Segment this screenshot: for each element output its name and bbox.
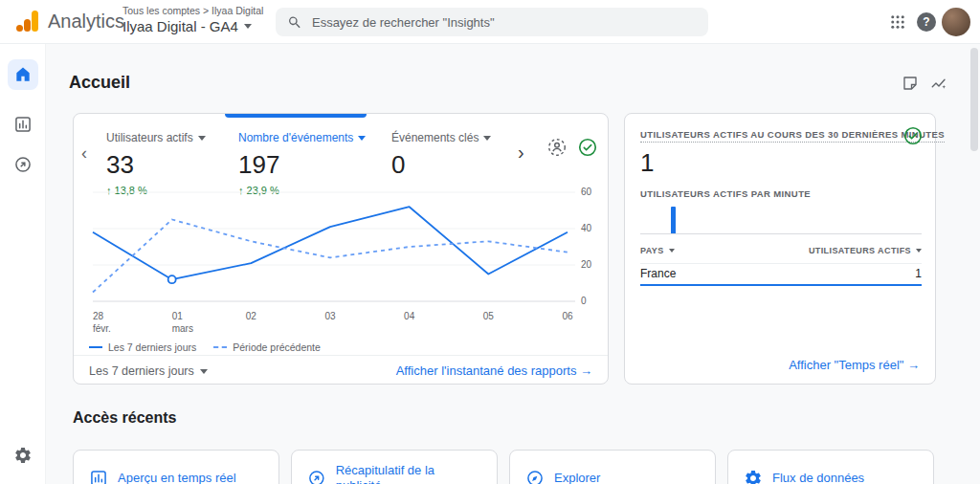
users-column-header[interactable]: UTILISATEURS ACTIFS — [809, 246, 922, 255]
reports-icon — [13, 115, 33, 134]
dropdown-caret-icon — [358, 136, 366, 141]
dropdown-caret-icon — [483, 136, 491, 141]
users-cell: 1 — [915, 267, 922, 280]
per-minute-label: UTILISATEURS ACTIFS PAR MINUTE — [640, 188, 811, 199]
advertising-icon — [13, 155, 33, 174]
svg-text:40: 40 — [581, 223, 592, 233]
row-value-bar — [640, 284, 922, 286]
metric-value: 0 — [391, 150, 491, 180]
help-icon[interactable]: ? — [915, 11, 938, 33]
country-cell: France — [640, 267, 676, 280]
sidebar-item-reports[interactable] — [0, 103, 46, 145]
recent-card-explore[interactable]: Explorer — [509, 450, 716, 484]
app-name: Analytics — [48, 11, 124, 33]
dashed-line-swatch — [213, 346, 227, 348]
analytics-logo-icon[interactable] — [15, 9, 40, 33]
metrics-next-icon[interactable]: › — [518, 143, 524, 162]
svg-text:0: 0 — [581, 296, 587, 306]
selected-metric-indicator — [225, 114, 367, 118]
realtime-check-icon[interactable] — [902, 125, 924, 146]
per-minute-bar-chart — [640, 202, 922, 234]
metric-value: 197 — [238, 150, 366, 180]
gear-icon — [13, 446, 33, 465]
sidebar-item-advertising[interactable] — [0, 143, 46, 186]
dropdown-caret-icon — [200, 369, 208, 374]
recent-card-data-streams[interactable]: Flux de données — [727, 450, 934, 484]
insights-icon[interactable] — [928, 73, 949, 94]
recent-access-title: Accès récents — [73, 409, 177, 427]
dropdown-caret-icon — [916, 249, 922, 253]
home-icon — [13, 65, 33, 84]
notepad-icon[interactable] — [900, 73, 921, 94]
reports-snapshot-link[interactable]: Afficher l'instantané des rapports → — [396, 363, 592, 378]
solid-line-swatch — [89, 346, 102, 348]
recent-card-advertising-summary[interactable]: Récapitulatif de la publicité — [291, 450, 498, 484]
account-name: Ilyaa Digital - GA4 — [122, 18, 238, 34]
main-content: Accueil ‹ Utilisateurs actifs 33 ↑ 13,8 … — [46, 44, 980, 484]
audience-comparison-icon[interactable] — [546, 137, 569, 160]
data-streams-gear-icon — [744, 469, 763, 484]
top-bar: Analytics Tous les comptes > Ilyaa Digit… — [0, 0, 980, 44]
advertising-icon — [307, 469, 326, 484]
explore-compass-icon — [525, 469, 545, 484]
sidebar-item-home[interactable] — [0, 54, 46, 96]
country-column-header[interactable]: PAYS — [640, 246, 675, 255]
date-range-select[interactable]: Les 7 derniers jours — [89, 364, 208, 378]
chart-x-axis-labels: 28 févr.01 mars0203040506 — [85, 311, 598, 336]
divider — [74, 355, 608, 356]
sidebar-item-admin[interactable] — [0, 434, 46, 476]
svg-text:60: 60 — [581, 187, 592, 197]
breadcrumb: Tous les comptes > Ilyaa Digital — [122, 5, 263, 16]
dropdown-caret-icon — [198, 136, 206, 141]
trend-line-chart: 0204060 — [85, 187, 598, 311]
realtime-card: UTILISATEURS ACTIFS AU COURS DES 30 DERN… — [624, 113, 936, 385]
left-nav — [0, 44, 46, 484]
account-switcher[interactable]: Tous les comptes > Ilyaa Digital Ilyaa D… — [122, 5, 263, 34]
realtime-active-users-value: 1 — [640, 148, 654, 178]
realtime-title: UTILISATEURS ACTIFS AU COURS DES 30 DERN… — [640, 129, 901, 140]
apps-grid-icon[interactable] — [886, 11, 909, 33]
table-row: France 1 — [640, 267, 922, 280]
metric-value: 33 — [106, 150, 206, 180]
search-input[interactable] — [312, 15, 697, 30]
svg-text:20: 20 — [581, 259, 592, 270]
chevron-down-icon — [244, 24, 252, 29]
page-title: Accueil — [69, 73, 130, 93]
search-bar[interactable] — [276, 8, 708, 36]
scrollbar-thumb[interactable] — [970, 48, 978, 151]
metrics-prev-icon[interactable]: ‹ — [81, 144, 87, 162]
dropdown-caret-icon — [669, 249, 675, 253]
search-icon — [287, 14, 302, 31]
data-quality-check-icon[interactable] — [577, 137, 600, 160]
realtime-link[interactable]: Afficher "Temps réel" → — [789, 358, 920, 372]
chart-legend: Les 7 derniers jours Période précédente — [89, 341, 321, 353]
avatar[interactable] — [942, 8, 970, 36]
recent-card-realtime-overview[interactable]: Aperçu en temps réel — [73, 450, 279, 484]
overview-card: ‹ Utilisateurs actifs 33 ↑ 13,8 % Nombre… — [73, 113, 609, 385]
realtime-overview-icon — [89, 469, 108, 484]
realtime-table-header: PAYS UTILISATEURS ACTIFS — [640, 246, 922, 264]
